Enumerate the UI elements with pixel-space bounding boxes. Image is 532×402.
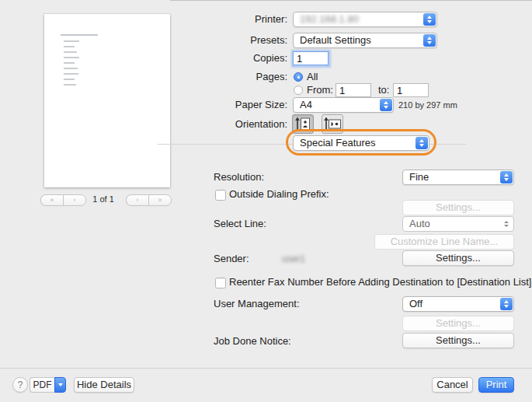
orientation-portrait-button[interactable] <box>292 114 314 134</box>
print-button[interactable]: Print <box>478 377 514 393</box>
preview-heading-line <box>61 34 98 36</box>
pager-forward-group: › » <box>126 194 172 204</box>
customize-line-name-button[interactable]: Customize Line Name... <box>374 234 514 250</box>
user-management-label: User Management: <box>214 296 300 312</box>
copies-input[interactable] <box>293 51 329 65</box>
outside-dialing-prefix-label: Outside Dialing Prefix: <box>229 187 329 202</box>
printer-label: Printer: <box>155 12 287 27</box>
select-line-label: Select Line: <box>214 216 266 232</box>
print-preview-page <box>44 14 170 187</box>
pdf-label: PDF <box>30 377 54 393</box>
select-line-value: Auto <box>409 217 430 231</box>
panel-selector-value: Special Features <box>300 136 376 150</box>
pages-from-input[interactable] <box>336 83 371 97</box>
paper-size-select[interactable]: A4 <box>293 97 394 113</box>
user-management-select[interactable]: Off <box>402 296 514 312</box>
page-counter: 1 of 1 <box>85 194 121 204</box>
pdf-menu-button[interactable]: PDF <box>30 377 66 393</box>
orientation-portrait-icon <box>293 115 313 133</box>
resolution-value: Fine <box>409 170 429 184</box>
chevron-down-icon <box>54 377 66 393</box>
job-done-notice-settings-button[interactable]: Settings... <box>402 333 514 348</box>
first-page-button[interactable]: « <box>40 194 63 206</box>
hide-details-button[interactable]: Hide Details <box>74 377 134 393</box>
pages-range-radio[interactable] <box>294 86 303 95</box>
reenter-fax-number-label: Reenter Fax Number Before Adding Destina… <box>229 274 532 290</box>
cancel-button[interactable]: Cancel <box>432 377 473 393</box>
reenter-fax-number-checkbox[interactable] <box>215 278 226 288</box>
stepper-icon <box>500 171 513 184</box>
copies-label: Copies: <box>155 51 287 66</box>
preview-page-lines <box>64 40 98 86</box>
pages-to-input[interactable] <box>393 83 429 97</box>
stepper-icon <box>423 13 436 26</box>
pager-back-group: « ‹ <box>40 194 86 204</box>
outside-dialing-prefix-checkbox[interactable] <box>215 190 226 201</box>
panel-selector-select[interactable]: Special Features <box>293 135 429 151</box>
user-management-settings-button[interactable]: Settings... <box>402 316 514 331</box>
orientation-landscape-icon <box>322 115 342 133</box>
user-management-value: Off <box>409 297 422 311</box>
resolution-select[interactable]: Fine <box>402 170 514 185</box>
print-dialog: « ‹ 1 of 1 › » Printer: 192.168.1.80 Pre… <box>0 0 532 402</box>
orientation-label: Orientation: <box>155 117 287 132</box>
next-page-button[interactable]: › <box>126 194 148 206</box>
paper-dimensions: 210 by 297 mm <box>398 97 457 113</box>
stepper-icon <box>504 218 509 230</box>
paper-size-value: A4 <box>300 98 312 112</box>
last-page-button[interactable]: » <box>148 194 172 206</box>
stepper-icon <box>423 34 436 47</box>
prefix-settings-button[interactable]: Settings... <box>402 200 514 215</box>
sender-label: Sender: <box>214 251 249 267</box>
pages-to-label: to: <box>378 82 389 98</box>
stepper-icon <box>500 298 513 310</box>
pages-from-label: From: <box>307 82 333 98</box>
footer-divider <box>0 368 532 369</box>
stepper-icon <box>416 137 428 149</box>
presets-value: Default Settings <box>300 33 371 47</box>
pages-all-radio[interactable] <box>294 72 303 82</box>
printer-name-redacted: 192.168.1.80 <box>300 12 359 26</box>
orientation-landscape-button[interactable] <box>322 114 343 134</box>
help-button[interactable]: ? <box>12 377 28 393</box>
select-line-select[interactable]: Auto <box>402 216 514 232</box>
printer-select[interactable]: 192.168.1.80 <box>293 12 437 27</box>
paper-size-label: Paper Size: <box>155 97 287 113</box>
sheet-top-edge <box>170 0 532 1</box>
presets-select[interactable]: Default Settings <box>293 33 437 48</box>
job-done-notice-label: Job Done Notice: <box>214 334 291 349</box>
pages-label: Pages: <box>155 69 287 85</box>
sender-settings-button[interactable]: Settings... <box>402 250 514 266</box>
help-icon: ? <box>18 379 23 390</box>
sender-value-redacted: user1 <box>282 251 305 267</box>
presets-label: Presets: <box>155 33 287 48</box>
resolution-label: Resolution: <box>214 170 264 185</box>
prev-page-button[interactable]: ‹ <box>63 194 86 206</box>
stepper-icon <box>380 99 392 111</box>
